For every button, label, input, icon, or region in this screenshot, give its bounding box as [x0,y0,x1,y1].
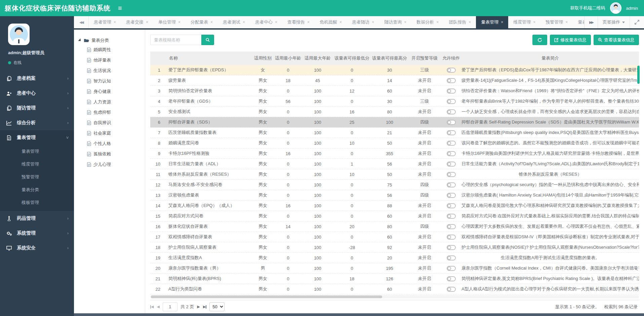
tab-close-icon[interactable]: × [339,20,342,25]
avatar[interactable] [610,2,621,14]
tab-close-icon[interactable]: × [243,20,245,25]
allow-continue-toggle[interactable] [447,162,456,167]
view-scale-button[interactable]: 查看该量表信息 [594,35,639,45]
col-name[interactable]: 名称 [164,55,252,61]
sidebar-item-system-security[interactable]: 系统安全› [0,241,74,255]
horizontal-scrollbar[interactable] [150,295,639,299]
tab-close-icon[interactable]: × [178,20,180,25]
sidebar-item-medicine[interactable]: 药品管理› [0,211,74,226]
tab-close-icon[interactable]: × [436,20,439,25]
sidebar-subitem-warning-management[interactable]: 预警管理 [0,171,74,183]
table-row[interactable]: 5 安全感测试 男女 0 100 16 80 未开启 一个人缺乏安全感，心理成长… [150,107,639,117]
col-min-age[interactable]: 适用最小年龄 [274,55,302,61]
allow-continue-toggle[interactable] [447,266,456,271]
allow-continue-toggle[interactable] [447,89,456,94]
table-row[interactable]: 3 简明惧怕否定评价量表 男女 0 100 12 60 未开启 惧怕否定评价量表… [150,86,639,96]
allow-continue-toggle[interactable] [447,287,456,292]
table-row[interactable]: 11 锥体外系副反应量表（RESES） 男女 0 100 10 50 未开启 锥… [150,169,639,180]
sidebar-item-system-management[interactable]: 系统管理› [0,226,74,241]
last-page-icon[interactable]: ▶ [203,305,206,309]
table-row[interactable]: 17 双相情感障碍自评量表 男女 0 100 0 60 未开启 双相情感障碍自评… [150,232,639,242]
tree-item-身心健康[interactable]: 身心健康 [78,86,145,97]
tab-单位管理[interactable]: 单位管理× [153,16,186,28]
col-allow-continue[interactable]: 允许续作 [441,55,461,61]
allow-continue-toggle[interactable] [447,151,456,156]
table-row[interactable]: 20 康奈尔医学指数量表（男） 男 0 100 0 195 未开启 康奈尔医学指… [150,263,639,274]
avatar[interactable] [8,24,30,45]
first-page-icon[interactable]: ◀ [150,305,154,309]
sidebar-subitem-template-management[interactable]: 模板管理 [0,196,74,209]
tree-root-scale-category[interactable]: 量表分类 [78,36,145,44]
tab-close-icon[interactable]: × [501,20,503,25]
tab-close-icon[interactable]: × [210,20,213,25]
allow-continue-toggle[interactable] [447,245,456,250]
table-row[interactable]: 13 汉密顿焦虑量表 男女 0 100 0 56 四级 汉密尔顿焦虑量表( Ha… [150,190,639,201]
table-row[interactable]: 4 老年抑郁量表（GDS） 男女 56 100 0 30 三级 老年抑郁量表由B… [150,96,639,107]
table-row[interactable]: 7 匹茨堡睡眠质量指数量表 男女 0 100 0 21 未开启 匹兹堡睡眠质量指… [150,128,639,138]
tree-item-社会家庭[interactable]: 社会家庭 [78,128,145,138]
table-row[interactable]: 1 爱丁堡产后抑郁量表（EPDS） 女 0 100 0 30 三级 爱丁堡产后抑… [150,65,639,75]
tree-item-少儿心理[interactable]: 少儿心理 [78,159,145,170]
tab-患者测试[interactable]: 患者测试× [218,16,250,28]
tab-患者中心[interactable]: 患者中心× [250,16,282,28]
allow-continue-toggle[interactable] [447,235,456,240]
col-max-age[interactable]: 适用最大年龄 [302,55,333,61]
tab-分配量表[interactable]: 分配量表× [186,16,218,28]
tab-close-icon[interactable]: × [307,20,310,25]
tab-close-icon[interactable]: × [565,20,568,25]
allow-continue-toggle[interactable] [447,109,456,114]
vertical-scrollbar[interactable] [637,66,640,84]
search-button[interactable] [201,35,214,45]
tab-close-icon[interactable]: × [533,20,535,25]
tab-患者管理[interactable]: 患者管理× [89,16,121,28]
tab-close-icon[interactable]: × [404,20,406,25]
fullscreen-icon[interactable] [630,16,644,28]
tab-close-icon[interactable]: × [275,20,277,25]
sidebar-item-patient-center[interactable]: 患者中心› [0,86,74,101]
sidebar-item-analysis[interactable]: 综合分析› [0,115,74,130]
horizontal-scrollbar-thumb[interactable] [151,295,382,298]
tab-options-button[interactable]: 页签操作 [598,16,630,28]
table-row[interactable]: 15 简易应对方式问卷 男女 0 100 0 60 未开启 简易应对方式问卷:在… [150,211,639,221]
table-row[interactable]: 14 艾森克人格问卷（EPQ）（成人） 男女 16 100 0 88 未开启 艾… [150,201,639,211]
tree-item-智力认知[interactable]: 智力认知 [78,76,145,86]
tab-患者随访[interactable]: 患者随访× [347,16,379,28]
tab-预警管理[interactable]: 预警管理× [540,16,573,28]
sidebar-subitem-scale-category[interactable]: 量表分类 [0,183,74,196]
col-min-score[interactable]: 该量表可得最低分 [333,55,371,61]
allow-continue-toggle[interactable] [447,193,456,198]
table-row[interactable]: 21 简明精神病(科)量表(BPRS) 男女 0 100 18 126 未开启 … [150,274,639,284]
allow-continue-toggle[interactable] [447,130,456,135]
allow-continue-toggle[interactable] [447,214,456,219]
table-row[interactable]: 8 婚姻满意度问卷 男女 0 100 10 50 未开启 该问卷是了解您的婚姻状… [150,138,639,148]
tree-item-人力资源[interactable]: 人力资源 [78,97,145,107]
prev-page-icon[interactable]: ◀ [157,305,159,309]
table-row[interactable]: 6 抑郁自评量表（SDS） 男女 0 100 25 100 四级 抑郁自评量表 … [150,117,639,128]
edit-scale-button[interactable]: 修改量表信息 [550,35,591,45]
allow-continue-toggle[interactable] [447,120,456,125]
col-max-score[interactable]: 该量表可得最高分 [371,55,408,61]
allow-continue-toggle[interactable] [447,141,456,146]
tab-close-icon[interactable]: × [146,20,148,25]
tab-随访查询[interactable]: 随访查询× [379,16,411,28]
allow-continue-toggle[interactable] [447,224,456,229]
tab-数据分析[interactable]: 数据分析× [411,16,444,28]
header-username[interactable]: admin [626,6,638,11]
allow-continue-toggle[interactable] [447,255,456,260]
refresh-button[interactable] [532,35,547,45]
tab-量表管理[interactable]: 量表管理× [476,16,508,28]
tab-患者交接[interactable]: 患者交接× [121,16,153,28]
allow-continue-toggle[interactable] [447,203,456,208]
allow-continue-toggle[interactable] [447,276,456,281]
sidebar-subitem-scale-management[interactable]: 量表管理 [0,145,74,158]
sidebar-item-patient-archive[interactable]: 患者档案› [0,71,74,86]
bottom-scroll-strip[interactable] [74,313,644,316]
sidebar-item-scale-management[interactable]: 量表管理˅ [0,130,74,145]
table-row[interactable]: 19 生活满意度指数A 男女 0 100 0 20 未开启 生活满意度指数A用于… [150,253,639,263]
col-warn-level[interactable]: 开启预警等级 [408,55,441,61]
tree-item-自我辨识[interactable]: 自我辨识 [78,117,145,128]
table-row[interactable]: 18 护士用住院病人观察量表 男女 0 100 -28 92 未开启 护士用住院… [150,242,639,253]
tree-item-生活状况[interactable]: 生活状况 [78,65,145,76]
col-intro[interactable]: 量表简介 [461,55,639,61]
tab-团队报告[interactable]: 团队报告× [444,16,476,28]
